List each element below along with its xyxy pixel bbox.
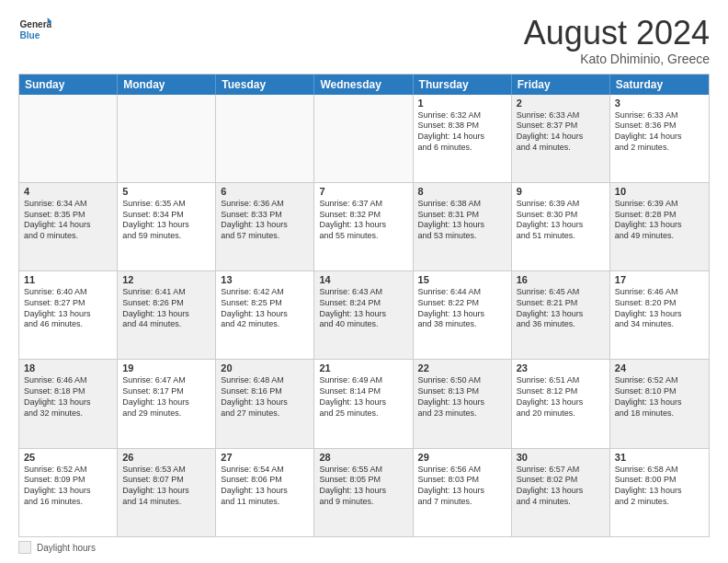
day-number: 20 bbox=[221, 362, 309, 373]
header: General Blue August 2024 Kato Dhiminio, … bbox=[18, 15, 710, 66]
calendar-week: 4Sunrise: 6:34 AMSunset: 8:35 PMDaylight… bbox=[19, 183, 709, 271]
day-number: 6 bbox=[221, 186, 309, 197]
cell-info: Sunrise: 6:51 AMSunset: 8:12 PMDaylight:… bbox=[517, 375, 605, 419]
day-number: 8 bbox=[418, 186, 506, 197]
day-number: 10 bbox=[615, 186, 704, 197]
day-number: 17 bbox=[615, 274, 704, 285]
calendar-cell: 23Sunrise: 6:51 AMSunset: 8:12 PMDayligh… bbox=[512, 360, 610, 447]
day-number: 13 bbox=[221, 274, 309, 285]
calendar-cell: 1Sunrise: 6:32 AMSunset: 8:38 PMDaylight… bbox=[414, 95, 512, 182]
day-number: 19 bbox=[122, 362, 210, 373]
month-title: August 2024 bbox=[524, 15, 710, 52]
cell-info: Sunrise: 6:34 AMSunset: 8:35 PMDaylight:… bbox=[24, 199, 112, 242]
location-subtitle: Kato Dhiminio, Greece bbox=[524, 52, 710, 66]
day-of-week-header: Thursday bbox=[414, 75, 512, 95]
day-number: 30 bbox=[517, 452, 605, 463]
day-number: 15 bbox=[418, 274, 506, 285]
day-of-week-header: Tuesday bbox=[216, 75, 314, 95]
cell-info: Sunrise: 6:33 AMSunset: 8:36 PMDaylight:… bbox=[615, 110, 704, 154]
calendar-week: 25Sunrise: 6:52 AMSunset: 8:09 PMDayligh… bbox=[19, 449, 709, 536]
day-of-week-header: Monday bbox=[118, 75, 216, 95]
calendar-cell: 27Sunrise: 6:54 AMSunset: 8:06 PMDayligh… bbox=[216, 449, 314, 536]
cell-info: Sunrise: 6:32 AMSunset: 8:38 PMDaylight:… bbox=[418, 110, 506, 154]
calendar-cell: 28Sunrise: 6:55 AMSunset: 8:05 PMDayligh… bbox=[314, 449, 413, 536]
day-number: 25 bbox=[24, 452, 112, 463]
cell-info: Sunrise: 6:52 AMSunset: 8:09 PMDaylight:… bbox=[24, 465, 112, 508]
calendar-cell: 22Sunrise: 6:50 AMSunset: 8:13 PMDayligh… bbox=[414, 360, 512, 447]
day-number: 24 bbox=[615, 362, 704, 373]
calendar-cell: 13Sunrise: 6:42 AMSunset: 8:25 PMDayligh… bbox=[216, 271, 314, 359]
calendar-cell: 11Sunrise: 6:40 AMSunset: 8:27 PMDayligh… bbox=[19, 271, 118, 359]
svg-text:General: General bbox=[19, 19, 51, 29]
logo-svg: General Blue bbox=[18, 15, 51, 48]
cell-info: Sunrise: 6:53 AMSunset: 8:07 PMDaylight:… bbox=[122, 465, 210, 508]
day-of-week-header: Sunday bbox=[19, 75, 118, 95]
day-of-week-header: Friday bbox=[512, 75, 610, 95]
calendar-cell: 17Sunrise: 6:46 AMSunset: 8:20 PMDayligh… bbox=[610, 271, 709, 359]
cell-info: Sunrise: 6:56 AMSunset: 8:03 PMDaylight:… bbox=[418, 465, 506, 508]
legend-label: Daylight hours bbox=[37, 543, 96, 553]
cell-info: Sunrise: 6:46 AMSunset: 8:18 PMDaylight:… bbox=[24, 375, 112, 419]
day-number: 9 bbox=[517, 186, 605, 197]
calendar-cell: 16Sunrise: 6:45 AMSunset: 8:21 PMDayligh… bbox=[512, 271, 610, 359]
day-of-week-header: Wednesday bbox=[314, 75, 413, 95]
logo: General Blue bbox=[18, 15, 51, 48]
calendar-cell: 24Sunrise: 6:52 AMSunset: 8:10 PMDayligh… bbox=[610, 360, 709, 447]
calendar-cell: 30Sunrise: 6:57 AMSunset: 8:02 PMDayligh… bbox=[512, 449, 610, 536]
calendar-header: SundayMondayTuesdayWednesdayThursdayFrid… bbox=[19, 75, 709, 95]
cell-info: Sunrise: 6:37 AMSunset: 8:32 PMDaylight:… bbox=[319, 199, 407, 242]
calendar-cell: 6Sunrise: 6:36 AMSunset: 8:33 PMDaylight… bbox=[216, 183, 314, 270]
day-number: 29 bbox=[418, 452, 506, 463]
cell-info: Sunrise: 6:36 AMSunset: 8:33 PMDaylight:… bbox=[221, 199, 309, 242]
day-number: 14 bbox=[319, 274, 407, 285]
calendar-cell: 20Sunrise: 6:48 AMSunset: 8:16 PMDayligh… bbox=[216, 360, 314, 447]
calendar-cell: 5Sunrise: 6:35 AMSunset: 8:34 PMDaylight… bbox=[118, 183, 216, 270]
day-number: 16 bbox=[517, 274, 605, 285]
day-number: 18 bbox=[24, 362, 112, 373]
day-number: 5 bbox=[122, 186, 210, 197]
legend: Daylight hours bbox=[18, 541, 710, 554]
calendar-cell: 7Sunrise: 6:37 AMSunset: 8:32 PMDaylight… bbox=[314, 183, 413, 270]
calendar-cell: 10Sunrise: 6:39 AMSunset: 8:28 PMDayligh… bbox=[610, 183, 709, 270]
cell-info: Sunrise: 6:57 AMSunset: 8:02 PMDaylight:… bbox=[517, 465, 605, 508]
calendar-cell: 8Sunrise: 6:38 AMSunset: 8:31 PMDaylight… bbox=[414, 183, 512, 270]
day-number: 2 bbox=[517, 98, 605, 109]
calendar-cell: 21Sunrise: 6:49 AMSunset: 8:14 PMDayligh… bbox=[314, 360, 413, 447]
title-block: August 2024 Kato Dhiminio, Greece bbox=[524, 15, 710, 66]
day-number: 7 bbox=[319, 186, 407, 197]
calendar-cell: 29Sunrise: 6:56 AMSunset: 8:03 PMDayligh… bbox=[414, 449, 512, 536]
calendar-cell: 14Sunrise: 6:43 AMSunset: 8:24 PMDayligh… bbox=[314, 271, 413, 359]
calendar-cell: 18Sunrise: 6:46 AMSunset: 8:18 PMDayligh… bbox=[19, 360, 118, 447]
calendar-cell: 26Sunrise: 6:53 AMSunset: 8:07 PMDayligh… bbox=[118, 449, 216, 536]
day-number: 27 bbox=[221, 452, 309, 463]
cell-info: Sunrise: 6:39 AMSunset: 8:30 PMDaylight:… bbox=[517, 199, 605, 242]
calendar: SundayMondayTuesdayWednesdayThursdayFrid… bbox=[18, 74, 710, 537]
day-number: 26 bbox=[122, 452, 210, 463]
cell-info: Sunrise: 6:50 AMSunset: 8:13 PMDaylight:… bbox=[418, 375, 506, 419]
calendar-week: 1Sunrise: 6:32 AMSunset: 8:38 PMDaylight… bbox=[19, 95, 709, 183]
cell-info: Sunrise: 6:49 AMSunset: 8:14 PMDaylight:… bbox=[319, 375, 407, 419]
day-number: 4 bbox=[24, 186, 112, 197]
empty-cell bbox=[19, 95, 118, 182]
cell-info: Sunrise: 6:58 AMSunset: 8:00 PMDaylight:… bbox=[615, 465, 704, 508]
calendar-week: 18Sunrise: 6:46 AMSunset: 8:18 PMDayligh… bbox=[19, 360, 709, 448]
calendar-cell: 9Sunrise: 6:39 AMSunset: 8:30 PMDaylight… bbox=[512, 183, 610, 270]
calendar-cell: 31Sunrise: 6:58 AMSunset: 8:00 PMDayligh… bbox=[610, 449, 709, 536]
cell-info: Sunrise: 6:46 AMSunset: 8:20 PMDaylight:… bbox=[615, 287, 704, 330]
legend-box bbox=[18, 541, 31, 554]
calendar-cell: 15Sunrise: 6:44 AMSunset: 8:22 PMDayligh… bbox=[414, 271, 512, 359]
day-number: 3 bbox=[615, 98, 704, 109]
svg-text:Blue: Blue bbox=[19, 30, 40, 40]
cell-info: Sunrise: 6:43 AMSunset: 8:24 PMDaylight:… bbox=[319, 287, 407, 330]
cell-info: Sunrise: 6:33 AMSunset: 8:37 PMDaylight:… bbox=[517, 110, 605, 154]
day-number: 28 bbox=[319, 452, 407, 463]
day-number: 1 bbox=[418, 98, 506, 109]
calendar-cell: 25Sunrise: 6:52 AMSunset: 8:09 PMDayligh… bbox=[19, 449, 118, 536]
cell-info: Sunrise: 6:55 AMSunset: 8:05 PMDaylight:… bbox=[319, 465, 407, 508]
day-number: 31 bbox=[615, 452, 704, 463]
cell-info: Sunrise: 6:40 AMSunset: 8:27 PMDaylight:… bbox=[24, 287, 112, 330]
page: General Blue August 2024 Kato Dhiminio, … bbox=[0, 0, 728, 563]
calendar-cell: 4Sunrise: 6:34 AMSunset: 8:35 PMDaylight… bbox=[19, 183, 118, 270]
cell-info: Sunrise: 6:47 AMSunset: 8:17 PMDaylight:… bbox=[122, 375, 210, 419]
cell-info: Sunrise: 6:54 AMSunset: 8:06 PMDaylight:… bbox=[221, 465, 309, 508]
